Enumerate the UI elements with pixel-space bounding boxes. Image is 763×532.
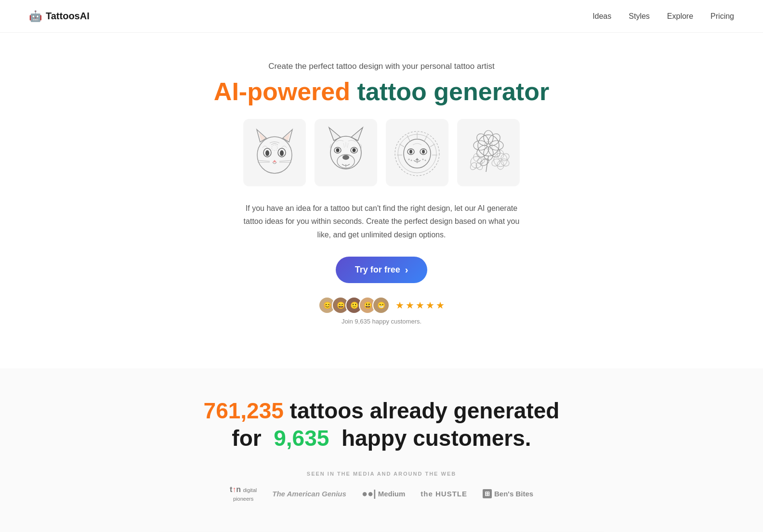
tattoo-image-roses [457,119,520,186]
star-2: ★ [406,299,414,311]
svg-point-24 [336,148,340,152]
svg-point-48 [422,159,424,160]
svg-point-58 [474,131,491,148]
nav-link-pricing[interactable]: Pricing [710,12,734,20]
tattoo-images-row [160,119,603,186]
nav-link-styles[interactable]: Styles [629,12,650,20]
svg-line-37 [399,144,404,147]
svg-line-10 [258,160,270,161]
stats-line2-pre: for [232,426,261,451]
social-caption: Join 9,635 happy customers. [160,318,603,325]
svg-point-61 [479,157,490,167]
cta-arrow-icon: › [405,264,408,275]
media-logo-bens-bites: ⊞ Ben's Bites [483,489,533,498]
star-3: ★ [416,299,424,311]
media-logo-hustle: the HUSTLE [421,490,467,498]
svg-point-72 [469,161,478,171]
media-label: SEEN IN THE MEDIA AND AROUND THE WEB [19,471,744,477]
svg-point-47 [411,160,412,161]
hero-section: Create the perfect tattoo design with yo… [150,33,613,368]
svg-point-43 [422,150,425,154]
stats-headline: 761,235 tattoos already generated for 9,… [10,397,753,453]
svg-point-62 [494,153,507,167]
svg-line-35 [430,144,435,147]
media-logo-american-genius: The American Genius [272,490,346,498]
svg-point-0 [257,137,292,173]
stats-section: 761,235 tattoos already generated for 9,… [0,368,763,532]
svg-point-71 [474,161,484,171]
tattoos-count: 761,235 [204,398,284,423]
svg-marker-9 [273,160,276,162]
svg-line-27 [343,143,344,148]
customers-count: 9,635 [274,426,329,451]
media-logo-tn: t↑n digitalpioneers [230,485,257,503]
hero-description: If you have an idea for a tattoo but can… [237,202,526,241]
stats-line1: tattoos already generated [290,398,560,423]
avatar-stack: 😊 😄 🙂 😃 😁 [318,297,390,314]
hero-title: AI-powered tattoo generator [160,78,603,105]
hero-title-rest: tattoo generator [350,78,549,105]
nav-link-ideas[interactable]: Ideas [592,12,611,20]
logo-icon: 🤖 [29,10,42,23]
star-4: ★ [426,299,434,311]
svg-point-49 [425,160,426,161]
navbar: 🤖 TattoosAI Ideas Styles Explore Pricing [0,0,763,33]
media-logo-medium: ●●| Medium [362,488,405,499]
tattoo-image-wolf [315,119,377,186]
svg-point-52 [486,131,502,148]
logo[interactable]: 🤖 TattoosAI [29,10,90,23]
tn-logo-text: t↑n digitalpioneers [230,485,257,503]
medium-logo-text: ●●| Medium [362,488,405,499]
cta-button[interactable]: Try for free › [336,257,428,283]
svg-point-14 [272,145,277,151]
star-1: ★ [395,299,404,311]
media-logos: t↑n digitalpioneers The American Genius … [19,485,744,503]
cta-label: Try for free [355,265,400,275]
hero-subtitle: Create the perfect tattoo design with yo… [160,62,603,71]
tattoo-image-cat [243,119,306,186]
svg-line-29 [347,143,348,148]
svg-point-21 [342,155,349,160]
hero-title-ai: AI-powered [214,78,350,105]
svg-point-15 [330,136,361,169]
svg-point-50 [478,135,499,156]
avatar-5: 😁 [372,297,390,314]
nav-link-explore[interactable]: Explore [667,12,693,20]
svg-point-8 [280,150,284,156]
bens-bites-logo-text: ⊞ Ben's Bites [483,489,533,498]
svg-line-12 [279,160,291,161]
nav-links: Ideas Styles Explore Pricing [592,12,734,21]
svg-point-42 [409,150,412,154]
social-proof: 😊 😄 🙂 😃 😁 ★ ★ ★ ★ ★ [160,297,603,314]
svg-marker-44 [415,158,419,160]
svg-point-7 [265,150,269,156]
star-rating: ★ ★ ★ ★ ★ [395,299,445,311]
tattoo-image-lion [386,119,448,186]
stats-line2-post: happy customers. [342,426,531,451]
logo-text: TattoosAI [46,11,90,22]
svg-point-25 [353,148,356,152]
star-5: ★ [436,299,445,311]
svg-point-69 [474,154,479,161]
media-section: SEEN IN THE MEDIA AND AROUND THE WEB t↑n… [10,456,753,512]
svg-point-46 [408,159,410,160]
ag-logo-text: The American Genius [272,490,346,498]
hustle-logo-text: the HUSTLE [421,490,467,498]
